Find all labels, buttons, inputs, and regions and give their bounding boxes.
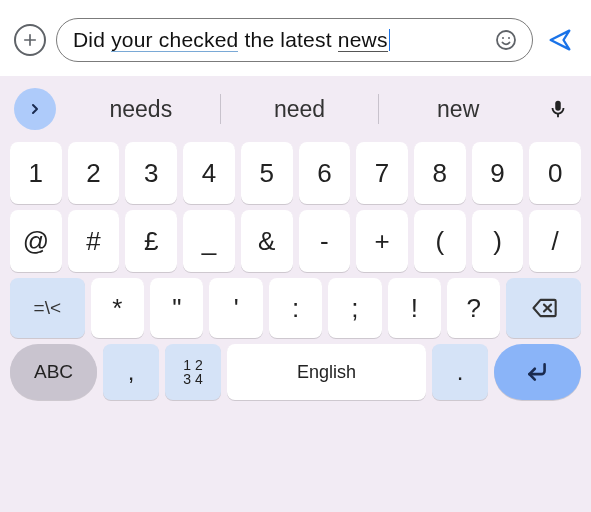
text-underlined-grammar: your checked xyxy=(111,28,238,52)
key-5[interactable]: 5 xyxy=(241,142,293,204)
key-squote[interactable]: ' xyxy=(209,278,262,338)
text-cursor xyxy=(389,29,391,51)
suggestion-3[interactable]: new xyxy=(379,88,537,131)
key-switch-abc[interactable]: ABC xyxy=(10,344,97,400)
numpad-top: 1 2 xyxy=(183,358,202,372)
voice-input-button[interactable] xyxy=(537,88,579,130)
key-row-3: =\< * " ' : ; ! ? xyxy=(4,278,587,338)
emoji-button[interactable] xyxy=(492,26,520,54)
key-backspace[interactable] xyxy=(506,278,581,338)
key-colon[interactable]: : xyxy=(269,278,322,338)
key-7[interactable]: 7 xyxy=(356,142,408,204)
key-hash[interactable]: # xyxy=(68,210,120,272)
text-underlined-compose: news xyxy=(338,28,388,52)
key-at[interactable]: @ xyxy=(10,210,62,272)
text-plain: the latest xyxy=(238,28,337,51)
key-8[interactable]: 8 xyxy=(414,142,466,204)
compose-bar: Did your checked the latest news xyxy=(0,0,591,76)
key-period[interactable]: . xyxy=(432,344,488,400)
suggestion-2[interactable]: need xyxy=(221,88,379,131)
key-2[interactable]: 2 xyxy=(68,142,120,204)
suggestion-strip: needs need new xyxy=(4,82,587,136)
key-exclaim[interactable]: ! xyxy=(388,278,441,338)
key-plus[interactable]: + xyxy=(356,210,408,272)
key-1[interactable]: 1 xyxy=(10,142,62,204)
key-star[interactable]: * xyxy=(91,278,144,338)
svg-point-3 xyxy=(502,37,504,39)
key-pound[interactable]: £ xyxy=(125,210,177,272)
key-space[interactable]: English xyxy=(227,344,426,400)
expand-suggestions-button[interactable] xyxy=(14,88,56,130)
svg-point-4 xyxy=(508,37,510,39)
message-input-pill: Did your checked the latest news xyxy=(56,18,533,62)
key-more-symbols[interactable]: =\< xyxy=(10,278,85,338)
key-rparen[interactable]: ) xyxy=(472,210,524,272)
key-minus[interactable]: - xyxy=(299,210,351,272)
key-6[interactable]: 6 xyxy=(299,142,351,204)
key-9[interactable]: 9 xyxy=(472,142,524,204)
key-enter[interactable] xyxy=(494,344,581,400)
key-numpad[interactable]: 1 2 3 4 xyxy=(165,344,221,400)
key-lparen[interactable]: ( xyxy=(414,210,466,272)
key-comma[interactable]: , xyxy=(103,344,159,400)
key-question[interactable]: ? xyxy=(447,278,500,338)
key-underscore[interactable]: _ xyxy=(183,210,235,272)
message-input[interactable]: Did your checked the latest news xyxy=(73,28,486,52)
key-semicolon[interactable]: ; xyxy=(328,278,381,338)
text-plain: Did xyxy=(73,28,111,51)
key-slash[interactable]: / xyxy=(529,210,581,272)
key-row-1: 1 2 3 4 5 6 7 8 9 0 xyxy=(4,142,587,204)
key-4[interactable]: 4 xyxy=(183,142,235,204)
send-button[interactable] xyxy=(543,23,577,57)
key-row-2: @ # £ _ & - + ( ) / xyxy=(4,210,587,272)
numpad-bottom: 3 4 xyxy=(183,372,202,386)
suggestion-1[interactable]: needs xyxy=(62,88,220,131)
key-dquote[interactable]: " xyxy=(150,278,203,338)
on-screen-keyboard: needs need new 1 2 3 4 5 6 7 8 9 0 @ # £… xyxy=(0,76,591,512)
key-3[interactable]: 3 xyxy=(125,142,177,204)
svg-point-2 xyxy=(497,31,515,49)
add-attachment-button[interactable] xyxy=(14,24,46,56)
key-row-4: ABC , 1 2 3 4 English . xyxy=(4,344,587,400)
key-ampersand[interactable]: & xyxy=(241,210,293,272)
key-0[interactable]: 0 xyxy=(529,142,581,204)
